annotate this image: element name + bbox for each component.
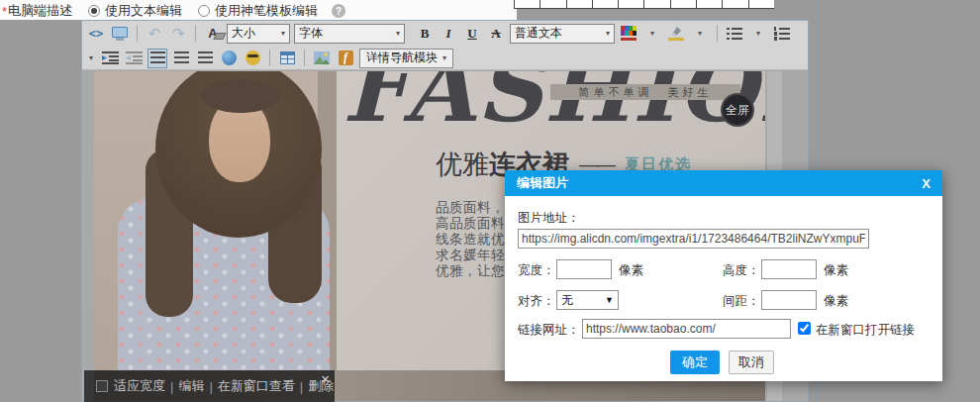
table-fragment: [514, 0, 774, 9]
nav-module-label: 详情导航模块: [366, 50, 438, 66]
table-icon: [280, 51, 295, 64]
font-family-select[interactable]: 字体 ▾: [294, 24, 405, 44]
source-icon: <>: [89, 27, 103, 41]
source-code-button[interactable]: <>: [86, 24, 106, 44]
unordered-list-button[interactable]: [725, 24, 744, 44]
emoticon-button[interactable]: [243, 49, 262, 68]
toolbar-separator: [195, 25, 196, 42]
close-icon[interactable]: ×: [321, 370, 330, 387]
fit-width-label[interactable]: 适应宽度: [114, 377, 165, 395]
align-center-button[interactable]: [171, 49, 191, 68]
toolbar-separator: [137, 25, 138, 42]
paragraph-format-select[interactable]: 普通文本 ▾: [510, 24, 615, 44]
italic-button[interactable]: I: [439, 24, 458, 44]
ordered-list-button[interactable]: [772, 24, 792, 44]
background-color-button[interactable]: [666, 24, 686, 44]
undo-icon: ↶: [148, 25, 161, 43]
radio-template-edit-label[interactable]: 使用神笔模板编辑: [215, 2, 318, 20]
image-url-label: 图片地址：: [518, 210, 580, 227]
font-color-button[interactable]: [619, 24, 638, 44]
width-unit: 像素: [619, 262, 643, 279]
radio-text-edit-label[interactable]: 使用文本编辑: [105, 2, 182, 20]
unordered-list-icon: [727, 27, 742, 41]
indent-icon: [102, 51, 119, 64]
width-input[interactable]: [556, 259, 612, 279]
font-family-value: 字体: [299, 25, 323, 42]
fullscreen-button[interactable]: 全屏: [721, 93, 754, 127]
spacing-unit: 像素: [824, 293, 848, 310]
open-new-window-label[interactable]: 在新窗口打开链接: [816, 322, 915, 339]
fashion-title: FASHION: [343, 71, 765, 135]
chevron-down-icon: ▾: [606, 29, 610, 38]
toolbar-separator: [269, 50, 270, 66]
cancel-button[interactable]: 取消: [729, 351, 774, 374]
preview-button[interactable]: [110, 24, 130, 44]
dialog-title: 编辑图片: [517, 174, 568, 192]
redo-button[interactable]: ↷: [168, 24, 188, 44]
monitor-icon: [112, 27, 128, 38]
tagline-band: 简单不单调 美好生: [550, 84, 740, 100]
ok-button[interactable]: 确定: [670, 351, 720, 374]
editor-toolbar: <> ↶ ↷ A 大小 ▾ 字体 ▾ B I U A: [82, 21, 808, 70]
height-input[interactable]: [761, 259, 817, 279]
dialog-close-button[interactable]: X: [922, 176, 931, 191]
link-icon: [222, 50, 237, 65]
height-unit: 像素: [824, 262, 848, 279]
ordered-list-icon: [774, 27, 790, 41]
image-action-bar: 适应宽度 | 编辑 | 在新窗口查看 | 删除 ×: [84, 370, 335, 402]
indent-button[interactable]: [100, 49, 120, 68]
align-label: 对齐：: [518, 293, 555, 310]
description-mode-row: * 电脑端描述 使用文本编辑 使用神笔模板编辑 ?: [2, 2, 345, 20]
view-new-window-link[interactable]: 在新窗口查看: [218, 377, 295, 395]
align-left-icon: [150, 51, 165, 64]
font-size-select[interactable]: 大小 ▾: [227, 24, 290, 44]
separator: |: [209, 379, 212, 394]
toolbar-separator: [304, 50, 305, 66]
table-button[interactable]: [277, 49, 297, 68]
outdent-button[interactable]: [124, 49, 144, 68]
required-mark: *: [2, 4, 7, 19]
headline-light: 优雅: [436, 147, 489, 182]
toolbar-row-1: <> ↶ ↷ A 大小 ▾ 字体 ▾ B I U A: [86, 21, 804, 46]
separator: |: [300, 379, 303, 394]
open-new-window-checkbox[interactable]: [798, 322, 811, 335]
chevron-down-icon[interactable]: ▾: [698, 29, 702, 38]
dialog-header[interactable]: 编辑图片 X: [505, 170, 942, 196]
align-center-icon: [174, 51, 189, 64]
undo-button[interactable]: ↶: [145, 24, 164, 44]
spacing-label: 间距：: [723, 293, 760, 310]
toolbar-separator: [717, 25, 718, 42]
image-url-input[interactable]: [518, 229, 869, 249]
underline-button[interactable]: U: [462, 24, 482, 44]
link-button[interactable]: [219, 49, 239, 68]
flash-button[interactable]: f: [336, 49, 355, 68]
radio-text-edit[interactable]: [88, 5, 100, 17]
font-size-value: 大小: [232, 25, 255, 42]
separator: |: [170, 379, 173, 394]
align-right-icon: [198, 51, 213, 64]
toolbar-row-2: ▾: [86, 46, 804, 70]
insert-image-button[interactable]: [312, 49, 332, 68]
chevron-down-icon[interactable]: ▾: [650, 29, 654, 38]
radio-template-edit[interactable]: [198, 5, 210, 17]
spacing-input[interactable]: [761, 290, 817, 310]
help-icon[interactable]: ?: [332, 4, 345, 18]
chevron-down-icon[interactable]: ▾: [756, 29, 760, 38]
model-photo: [94, 71, 337, 401]
link-url-input[interactable]: [582, 319, 791, 339]
page: * 电脑端描述 使用文本编辑 使用神笔模板编辑 ? <> ↶ ↷ A 大小 ▾: [0, 0, 980, 402]
nav-module-dropdown[interactable]: 详情导航模块 ▾: [359, 49, 453, 68]
fit-width-checkbox[interactable]: [96, 380, 108, 392]
align-select[interactable]: 无 ▼: [556, 290, 619, 310]
chevron-down-icon[interactable]: ▾: [89, 53, 93, 62]
align-right-button[interactable]: [195, 49, 215, 68]
pc-description-label: 电脑端描述: [8, 2, 72, 20]
align-left-button[interactable]: [147, 49, 167, 68]
bold-button[interactable]: B: [415, 24, 435, 44]
chevron-down-icon: ▾: [442, 53, 446, 62]
clear-format-button[interactable]: A: [203, 24, 223, 44]
outdent-icon: [126, 51, 143, 64]
edit-image-link[interactable]: 编辑: [178, 377, 204, 395]
strikethrough-button[interactable]: A: [486, 24, 506, 44]
font-color-icon: [621, 26, 637, 42]
